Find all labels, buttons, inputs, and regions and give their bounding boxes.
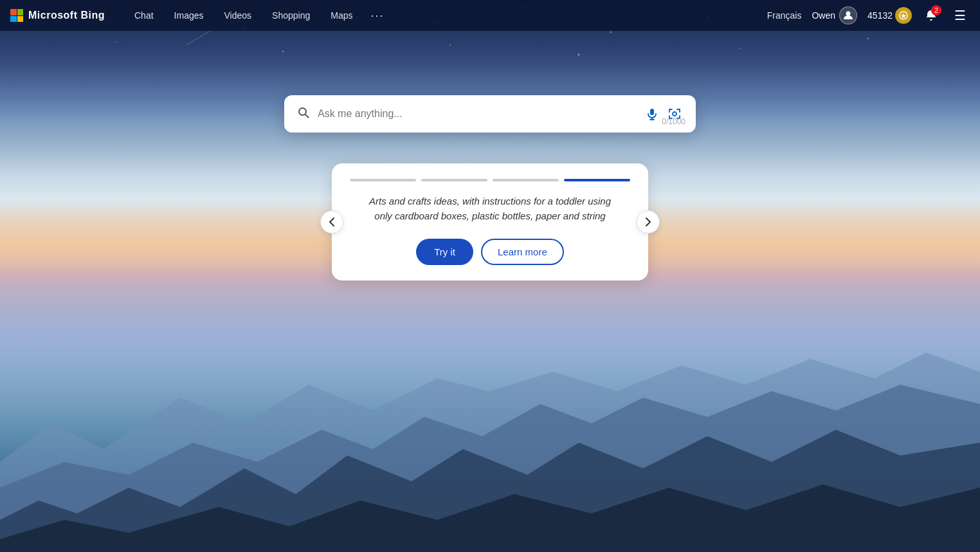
suggestion-text: Arts and crafts ideas, with instructions… <box>350 194 630 223</box>
carousel-prev-button[interactable] <box>320 210 343 234</box>
nav-right: Français Owen 45132 <box>767 5 970 26</box>
search-container: 0/1000 <box>284 95 696 133</box>
carousel-dot-3[interactable] <box>493 179 559 181</box>
notification-button[interactable]: 2 <box>922 6 940 24</box>
logo-text: Microsoft Bing <box>28 10 105 21</box>
carousel-next-button[interactable] <box>637 210 660 234</box>
character-counter: 0/1000 <box>662 117 685 126</box>
svg-point-28 <box>673 112 676 116</box>
navbar: Microsoft Bing Chat Images Videos Shoppi… <box>0 0 980 31</box>
nav-link-shopping[interactable]: Shopping <box>263 6 319 24</box>
hamburger-menu[interactable]: ☰ <box>950 5 970 26</box>
points-value: 45132 <box>867 10 893 21</box>
ms-logo-grid <box>10 9 23 22</box>
learn-more-button[interactable]: Learn more <box>481 239 564 265</box>
reward-icon <box>895 7 912 24</box>
svg-line-24 <box>305 115 309 118</box>
main-content: 0/1000 Arts and crafts ideas, with instr… <box>0 31 980 552</box>
suggestion-actions: Try it Learn more <box>350 239 630 265</box>
notification-badge: 2 <box>931 5 941 15</box>
search-input-row <box>297 106 683 122</box>
nav-link-images[interactable]: Images <box>165 6 213 24</box>
search-icon <box>297 106 310 122</box>
suggestion-card: Arts and crafts ideas, with instructions… <box>332 163 648 281</box>
avatar <box>839 6 857 24</box>
carousel-dot-4[interactable] <box>564 179 630 181</box>
nav-link-maps[interactable]: Maps <box>322 6 361 24</box>
search-input[interactable] <box>318 108 637 120</box>
svg-point-23 <box>299 108 306 115</box>
nav-link-videos[interactable]: Videos <box>215 6 261 24</box>
svg-rect-25 <box>650 109 654 115</box>
rewards-points[interactable]: 45132 <box>867 7 912 24</box>
user-menu[interactable]: Owen <box>812 6 857 24</box>
carousel-dot-1[interactable] <box>350 179 416 181</box>
carousel-dot-2[interactable] <box>421 179 487 181</box>
try-it-button[interactable]: Try it <box>416 239 473 265</box>
svg-point-21 <box>846 12 851 16</box>
language-selector[interactable]: Français <box>767 10 802 21</box>
nav-links: Chat Images Videos Shopping Maps ··· <box>125 5 767 26</box>
logo[interactable]: Microsoft Bing <box>10 9 105 22</box>
nav-link-chat[interactable]: Chat <box>125 6 163 24</box>
microphone-button[interactable] <box>644 106 660 122</box>
carousel-indicators <box>350 179 630 181</box>
nav-more-button[interactable]: ··· <box>364 5 390 26</box>
user-name: Owen <box>812 10 835 21</box>
